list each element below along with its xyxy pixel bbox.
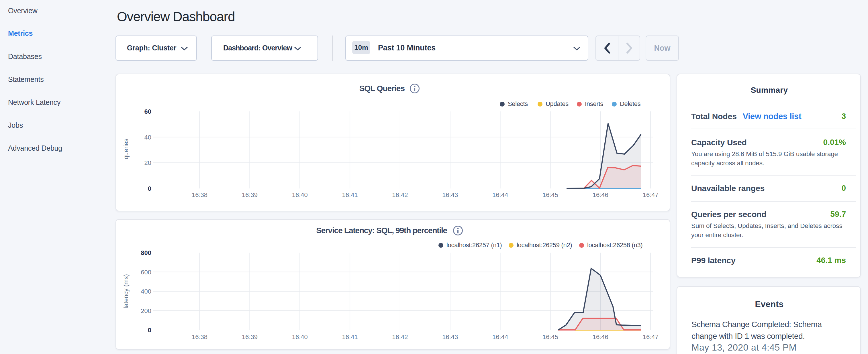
svg-text:16:40: 16:40 xyxy=(292,191,308,198)
svg-text:60: 60 xyxy=(145,108,151,115)
svg-text:16:40: 16:40 xyxy=(292,333,308,341)
svg-text:600: 600 xyxy=(141,269,151,276)
svg-text:400: 400 xyxy=(141,288,151,295)
svg-text:SQL Queries: SQL Queries xyxy=(359,84,405,93)
svg-text:20: 20 xyxy=(145,159,151,166)
svg-text:16:45: 16:45 xyxy=(542,333,558,341)
svg-text:16:46: 16:46 xyxy=(593,333,608,341)
svg-text:800: 800 xyxy=(141,249,151,256)
svg-text:queries: queries xyxy=(122,139,129,159)
svg-text:16:44: 16:44 xyxy=(492,333,508,341)
svg-text:40: 40 xyxy=(145,134,151,141)
svg-text:latency (ms): latency (ms) xyxy=(122,274,129,309)
svg-text:16:43: 16:43 xyxy=(442,333,458,341)
svg-text:16:41: 16:41 xyxy=(342,333,358,341)
svg-text:16:39: 16:39 xyxy=(242,191,258,198)
svg-text:200: 200 xyxy=(141,307,151,315)
svg-text:16:45: 16:45 xyxy=(542,191,558,198)
svg-text:16:39: 16:39 xyxy=(242,333,258,341)
svg-text:Service Latency: SQL, 99th per: Service Latency: SQL, 99th percentile xyxy=(316,226,447,235)
svg-text:16:44: 16:44 xyxy=(492,191,508,198)
svg-text:16:42: 16:42 xyxy=(392,191,408,198)
svg-text:16:43: 16:43 xyxy=(442,191,458,198)
svg-text:16:38: 16:38 xyxy=(192,191,208,198)
svg-text:16:41: 16:41 xyxy=(342,191,358,198)
svg-text:16:38: 16:38 xyxy=(192,333,208,341)
svg-text:16:47: 16:47 xyxy=(643,333,658,341)
svg-text:16:42: 16:42 xyxy=(392,333,408,341)
svg-text:0: 0 xyxy=(148,326,151,334)
svg-text:16:47: 16:47 xyxy=(643,191,658,198)
svg-text:16:46: 16:46 xyxy=(593,191,608,198)
svg-text:0: 0 xyxy=(148,185,151,192)
